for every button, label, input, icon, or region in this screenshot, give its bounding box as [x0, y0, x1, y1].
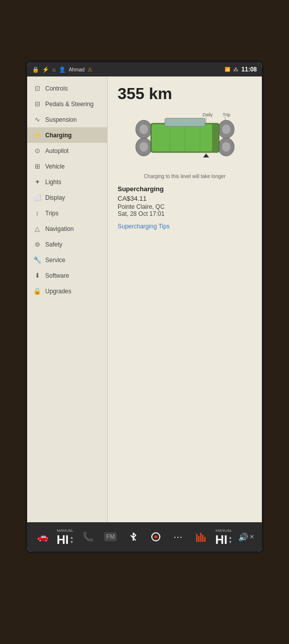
circle-icon: [151, 532, 161, 542]
sidebar-label-safety: Safety: [45, 241, 62, 248]
supercharging-location: Pointe Claire, QC: [118, 203, 252, 210]
status-left-icons: 🔒 ⚡ ⌂ 👤 Ahmad ⚠: [32, 66, 221, 73]
home-icon: ⌂: [52, 66, 56, 72]
svg-rect-18: [165, 118, 205, 126]
sidebar-label-charging: Charging: [45, 132, 72, 139]
taskbar-media-left[interactable]: Manual HI ▲ ▼: [56, 528, 74, 546]
status-time: 11:08: [241, 66, 257, 73]
tesla-screen: 🔒 ⚡ ⌂ 👤 Ahmad ⚠ 📶 ⁂ 11:08 ⊡ Controls: [27, 62, 262, 551]
bolt-icon: ⚡: [42, 66, 49, 73]
taskbar-car[interactable]: 🚗: [34, 531, 52, 542]
taskbar-radio[interactable]: FM: [102, 532, 120, 541]
sidebar-label-display: Display: [45, 194, 65, 201]
volume-control: 🔊 ✕: [238, 532, 254, 542]
sidebar-item-suspension[interactable]: ∿ Suspension: [27, 112, 107, 127]
taskbar-dots[interactable]: ⋯: [169, 531, 187, 542]
suspension-icon: ∿: [33, 116, 41, 123]
taskbar: 🚗 Manual HI ▲ ▼ 📞 FM: [27, 522, 262, 551]
sidebar-label-software: Software: [45, 272, 69, 279]
taskbar-equalizer[interactable]: [192, 532, 210, 542]
sidebar-label-lights: Lights: [45, 179, 61, 186]
svg-rect-13: [152, 124, 212, 151]
media-right-arrows: ▲ ▼: [228, 535, 232, 544]
sidebar-item-trips[interactable]: ↕ Trips: [27, 205, 107, 221]
svg-point-9: [139, 124, 148, 134]
svg-rect-25: [204, 537, 206, 542]
svg-point-20: [154, 535, 157, 538]
sidebar-item-pedals[interactable]: ⊟ Pedals & Steering: [27, 96, 107, 112]
charging-icon: ⚡: [33, 131, 41, 139]
bluetooth-icon: [129, 532, 137, 542]
sidebar-label-autopilot: Autopilot: [45, 147, 69, 154]
sidebar-label-trips: Trips: [45, 210, 58, 217]
supercharging-date: Sat, 28 Oct 17:01: [118, 210, 252, 217]
sidebar-item-upgrades[interactable]: 🔒 Upgrades: [27, 283, 107, 299]
svg-rect-23: [200, 533, 202, 542]
signal-icon: 📶: [225, 67, 230, 72]
charging-warning: Charging to this level will take longer: [118, 174, 252, 179]
sidebar-item-service[interactable]: 🔧 Service: [27, 252, 107, 268]
service-icon: 🔧: [33, 256, 41, 264]
controls-icon: ⊡: [33, 85, 41, 92]
sidebar-item-software[interactable]: ⬇ Software: [27, 268, 107, 283]
autopilot-icon: ⊙: [33, 147, 41, 154]
status-bar: 🔒 ⚡ ⌂ 👤 Ahmad ⚠ 📶 ⁂ 11:08: [27, 62, 262, 76]
supercharging-section: Supercharging CA$34.11 Pointe Claire, QC…: [118, 185, 252, 230]
sidebar-item-navigation[interactable]: △ Navigation: [27, 221, 107, 236]
sidebar-label-navigation: Navigation: [45, 225, 74, 232]
svg-text:Daily: Daily: [203, 112, 213, 117]
taskbar-media-right[interactable]: Manual HI ▲ ▼: [215, 528, 233, 546]
screen-bezel: 🔒 ⚡ ⌂ 👤 Ahmad ⚠ 📶 ⁂ 11:08 ⊡ Controls: [25, 60, 264, 553]
sidebar-label-service: Service: [45, 257, 65, 264]
lights-icon: ✦: [33, 178, 41, 186]
svg-rect-22: [198, 536, 200, 542]
sidebar-item-vehicle[interactable]: ⊞ Vehicle: [27, 158, 107, 174]
status-right-icons: 📶 ⁂ 11:08: [225, 66, 257, 73]
sidebar-label-suspension: Suspension: [45, 116, 77, 123]
sidebar: ⊡ Controls ⊟ Pedals & Steering ∿ Suspens…: [27, 76, 108, 522]
taskbar-volume[interactable]: 🔊 ✕: [237, 532, 255, 542]
safety-icon: ⊚: [33, 240, 41, 248]
car-visualization: Daily Trip: [118, 109, 252, 170]
media-left-hi: HI: [57, 534, 69, 546]
main-content: ⊡ Controls ⊟ Pedals & Steering ∿ Suspens…: [27, 76, 262, 522]
supercharging-tips-link[interactable]: Supercharging Tips: [118, 223, 169, 230]
lock-icon: 🔒: [32, 66, 39, 73]
media-left-top-label: Manual: [57, 528, 73, 533]
supercharging-amount: CA$34.11: [118, 195, 252, 202]
sidebar-item-display[interactable]: ⬜ Display: [27, 190, 107, 205]
sidebar-label-controls: Controls: [45, 85, 68, 92]
display-icon: ⬜: [33, 194, 41, 201]
media-left-arrows: ▲ ▼: [70, 535, 74, 544]
content-area: 355 km Daily Trip: [108, 76, 262, 522]
taskbar-circle[interactable]: [147, 532, 165, 542]
sidebar-label-vehicle: Vehicle: [45, 163, 65, 170]
sidebar-item-autopilot[interactable]: ⊙ Autopilot: [27, 143, 107, 158]
phone-icon: 📞: [82, 531, 93, 542]
user-name: Ahmad: [69, 67, 85, 72]
equalizer-icon: [196, 532, 207, 542]
svg-point-11: [222, 124, 231, 134]
svg-text:Trip: Trip: [223, 112, 230, 117]
vehicle-icon: ⊞: [33, 163, 41, 170]
taskbar-bluetooth[interactable]: [124, 532, 142, 542]
pedals-icon: ⊟: [33, 100, 41, 108]
sidebar-item-safety[interactable]: ⊚ Safety: [27, 236, 107, 252]
car-svg: Daily Trip: [125, 109, 245, 170]
supercharging-title: Supercharging: [118, 185, 252, 193]
taskbar-phone[interactable]: 📞: [79, 531, 97, 542]
bluetooth-icon: ⁂: [233, 67, 238, 72]
media-right-hi: HI: [215, 534, 227, 546]
sidebar-label-pedals: Pedals & Steering: [45, 101, 93, 108]
volume-icon: 🔊: [238, 532, 248, 542]
svg-rect-21: [196, 534, 198, 542]
navigation-icon: △: [33, 225, 41, 232]
media-right-top-label: Manual: [216, 528, 232, 533]
sidebar-item-controls[interactable]: ⊡ Controls: [27, 80, 107, 96]
car-icon: 🚗: [37, 531, 48, 542]
range-display: 355 km: [118, 85, 252, 103]
radio-icon: FM: [104, 532, 117, 541]
sidebar-item-lights[interactable]: ✦ Lights: [27, 174, 107, 190]
sidebar-item-charging[interactable]: ⚡ Charging: [27, 127, 107, 143]
svg-rect-24: [202, 535, 204, 542]
